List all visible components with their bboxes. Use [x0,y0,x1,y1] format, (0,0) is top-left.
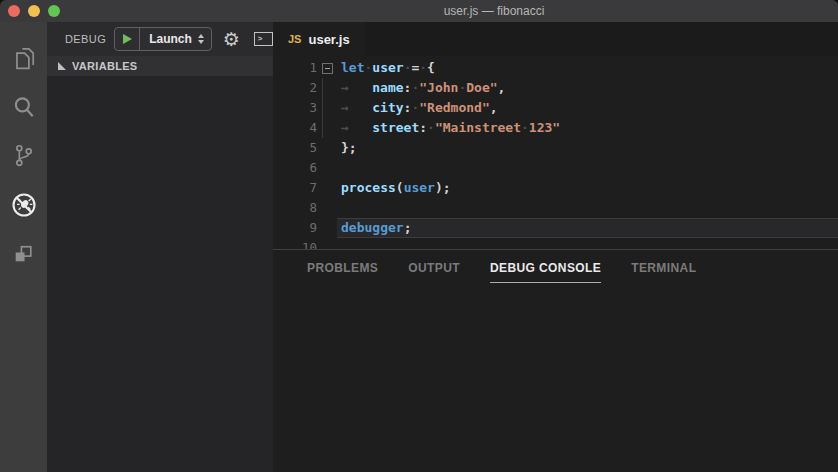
line-number[interactable]: 5 [273,138,317,158]
panel-tab-terminal[interactable]: TERMINAL [631,261,696,283]
activity-item-source-control[interactable] [0,131,47,180]
current-line-highlight [337,218,838,238]
variables-section-header[interactable]: VARIABLES [47,56,273,76]
line-number[interactable]: 10 [273,238,317,249]
code-text: →city:·"Redmond", [337,98,498,118]
titlebar: user.js — fibonacci [0,0,838,22]
extensions-icon [11,241,36,266]
fold-column [317,118,337,138]
activity-item-explorer[interactable] [0,33,47,82]
files-icon [11,45,37,71]
activity-item-extensions[interactable] [0,229,47,278]
code-text: debugger; [337,218,411,238]
activity-item-search[interactable] [0,82,47,131]
code-line[interactable]: 7process(user); [273,178,838,198]
code-text: }; [337,138,357,158]
launch-config-select[interactable]: Launch [140,32,197,46]
code-text: let·user·=·{ [337,58,435,78]
code-line[interactable]: 3→city:·"Redmond", [273,98,838,118]
code-line[interactable]: 2→name:·"John·Doe", [273,78,838,98]
fold-column [317,218,337,238]
minimize-button[interactable] [28,5,40,17]
close-button[interactable] [8,5,20,17]
debug-console-toggle-button[interactable]: > [254,32,273,46]
debug-view-title: DEBUG [65,33,106,45]
line-number[interactable]: 7 [273,178,317,198]
variables-section-body [47,76,273,472]
code-editor[interactable]: 1let·user·=·{2→name:·"John·Doe",3→city:·… [273,56,838,249]
traffic-lights [8,5,60,17]
debug-console-body[interactable] [273,283,838,472]
start-debugging-button[interactable] [115,28,139,50]
code-text: →name:·"John·Doe", [337,78,505,98]
tab-bar: JS user.js [273,22,838,56]
fold-column[interactable] [317,58,337,78]
code-line[interactable]: 6 [273,158,838,178]
fold-column [317,98,337,118]
line-number[interactable]: 4 [273,118,317,138]
code-text [337,198,341,218]
line-number[interactable]: 9 [273,218,317,238]
vscode-window: user.js — fibonacci [0,0,838,472]
fold-column [317,138,337,158]
debug-no-bug-icon [10,191,38,219]
panel-tabs: PROBLEMSOUTPUTDEBUG CONSOLETERMINAL [273,250,838,283]
console-chevron-icon: > [255,35,263,43]
code-line[interactable]: 9debugger; [273,218,838,238]
debug-sidebar: DEBUG Launch ⚙ > VARIABL [47,22,273,472]
fold-column [317,78,337,98]
line-number[interactable]: 8 [273,198,317,218]
fold-column [317,198,337,218]
editor-group: JS user.js 1let·user·=·{2→name:·"John·Do… [273,22,838,472]
git-branch-icon [11,143,36,168]
debug-toolbar: DEBUG Launch ⚙ > [47,22,273,56]
tab-filename: user.js [308,32,349,47]
code-line[interactable]: 1let·user·=·{ [273,58,838,78]
code-lines: 1let·user·=·{2→name:·"John·Doe",3→city:·… [273,58,838,249]
code-line[interactable]: 8 [273,198,838,218]
code-text [337,238,341,249]
fold-column [317,238,337,249]
code-text: process(user); [337,178,451,198]
panel-tab-problems[interactable]: PROBLEMS [307,261,378,283]
window-title: user.js — fibonacci [0,4,838,18]
panel-tab-debug-console[interactable]: DEBUG CONSOLE [490,261,601,283]
launch-configuration-control: Launch [114,27,212,51]
fold-collapse-icon[interactable] [322,63,333,74]
line-number[interactable]: 6 [273,158,317,178]
configure-gear-button[interactable]: ⚙ [223,30,240,49]
twistie-expanded-icon [58,62,66,70]
fold-column [317,178,337,198]
bottom-panel: PROBLEMSOUTPUTDEBUG CONSOLETERMINAL [273,249,838,472]
select-arrows-icon[interactable] [198,34,204,44]
javascript-file-icon: JS [288,33,301,45]
line-number[interactable]: 2 [273,78,317,98]
search-icon [11,94,37,120]
activity-item-debug[interactable] [0,180,47,229]
code-line[interactable]: 5}; [273,138,838,158]
fold-column [317,158,337,178]
variables-section-title: VARIABLES [72,60,137,72]
line-number[interactable]: 3 [273,98,317,118]
line-number[interactable]: 1 [273,58,317,78]
code-text [337,158,341,178]
tab-user-js[interactable]: JS user.js [273,22,365,56]
play-icon [123,34,132,44]
panel-tab-output[interactable]: OUTPUT [408,261,460,283]
code-line[interactable]: 10 [273,238,838,249]
code-text: →street:·"Mainstreet·123" [337,118,560,138]
activity-bar [0,22,47,472]
code-line[interactable]: 4→street:·"Mainstreet·123" [273,118,838,138]
zoom-button[interactable] [48,5,60,17]
